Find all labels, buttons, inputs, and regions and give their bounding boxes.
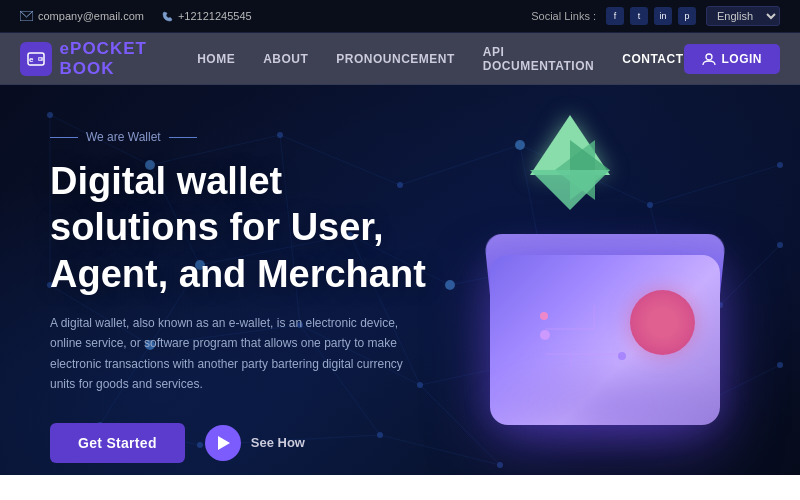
email-text: company@email.com	[38, 10, 144, 22]
svg-text:e: e	[29, 55, 34, 64]
get-started-button[interactable]: Get Started	[50, 423, 185, 463]
wallet-dot-2	[540, 312, 548, 320]
wallet-illustration	[450, 105, 770, 455]
decorator-line-left	[50, 137, 78, 138]
language-select[interactable]: English French Spanish	[706, 6, 780, 26]
decorator-line-right	[169, 137, 197, 138]
svg-point-55	[777, 242, 783, 248]
eth-bottom	[530, 170, 610, 210]
topbar-right: Social Links : f t in p English French S…	[531, 6, 780, 26]
login-icon	[702, 52, 716, 66]
phone-text: +12121245545	[178, 10, 252, 22]
hero-title: Digital wallet solutions for User, Agent…	[50, 158, 490, 297]
nav-contact[interactable]: CONTACT	[622, 48, 683, 70]
svg-point-60	[497, 462, 503, 468]
navbar: e ePOCKET BOOK HOME ABOUT PRONOUNCEMENT …	[0, 33, 800, 85]
svg-point-3	[39, 58, 41, 60]
nav-about[interactable]: ABOUT	[263, 48, 308, 70]
wallet-dot-1	[540, 330, 550, 340]
hero-content: We are Wallet Digital wallet solutions f…	[50, 130, 490, 463]
facebook-icon[interactable]: f	[606, 7, 624, 25]
wallet-coin-circle	[630, 290, 695, 355]
social-icons-group: f t in p	[606, 7, 696, 25]
svg-point-43	[777, 162, 783, 168]
pinterest-icon[interactable]: p	[678, 7, 696, 25]
twitter-icon[interactable]: t	[630, 7, 648, 25]
social-label: Social Links :	[531, 10, 596, 22]
hero-description: A digital wallet, also known as an e-wal…	[50, 313, 430, 395]
circuit-line-2	[545, 328, 595, 330]
circuit-line-3	[593, 305, 595, 330]
topbar-contact-info: company@email.com +12121245545	[20, 10, 252, 22]
login-button[interactable]: LOGIN	[684, 44, 781, 74]
hero-buttons: Get Started See How	[50, 423, 490, 463]
see-how-button[interactable]: See How	[205, 425, 305, 461]
wallet-glow	[470, 355, 740, 455]
we-are-wallet-label: We are Wallet	[50, 130, 490, 144]
nav-home[interactable]: HOME	[197, 48, 235, 70]
topbar: company@email.com +12121245545 Social Li…	[0, 0, 800, 33]
svg-point-37	[47, 112, 53, 118]
logo: e ePOCKET BOOK	[20, 39, 197, 79]
logo-icon: e	[20, 42, 52, 76]
svg-point-56	[777, 362, 783, 368]
linkedin-icon[interactable]: in	[654, 7, 672, 25]
play-triangle	[218, 436, 230, 450]
nav-links: HOME ABOUT PRONOUNCEMENT API DOCUMENTATI…	[197, 41, 683, 77]
play-button-icon	[205, 425, 241, 461]
logo-text: ePOCKET BOOK	[60, 39, 198, 79]
hero-section: We are Wallet Digital wallet solutions f…	[0, 85, 800, 475]
phone-info: +12121245545	[162, 10, 252, 22]
nav-pronouncement[interactable]: PRONOUNCEMENT	[336, 48, 455, 70]
svg-point-5	[706, 54, 712, 60]
nav-api-docs[interactable]: API DOCUMENTATION	[483, 41, 594, 77]
email-info: company@email.com	[20, 10, 144, 22]
